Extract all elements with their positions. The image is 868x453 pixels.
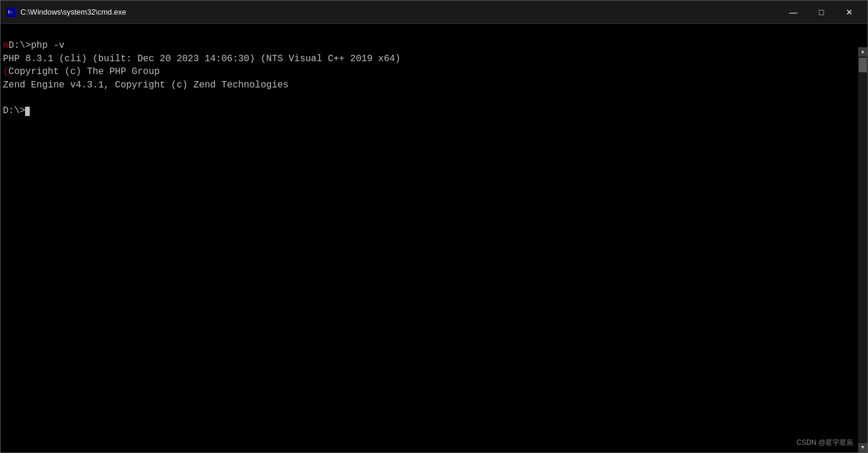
line-copyright: (Copyright (c) The PHP Group [3, 66, 160, 77]
cmd-app-icon [6, 8, 15, 17]
minimize-button[interactable]: — [780, 3, 807, 22]
watermark: CSDN @星宇星辰 [796, 438, 853, 448]
scrollbar: ▲ ▼ [858, 47, 867, 452]
terminal-content: nD:\>php -v PHP 8.3.1 (cli) (built: Dec … [3, 26, 865, 131]
scrollbar-down-arrow[interactable]: ▼ [858, 443, 867, 452]
maximize-button[interactable]: □ [808, 3, 835, 22]
scrollbar-up-arrow[interactable]: ▲ [858, 47, 867, 57]
line-zend: Zend Engine v4.3.1, Copyright (c) Zend T… [3, 80, 289, 90]
title-bar-left: C:\Windows\system32\cmd.exe [5, 7, 126, 17]
line-prompt: D:\> [3, 106, 25, 116]
line-php-version: PHP 8.3.1 (cli) (built: Dec 20 2023 14:0… [3, 54, 401, 64]
window-title: C:\Windows\system32\cmd.exe [20, 8, 126, 16]
cmd-icon-wrapper [5, 7, 16, 17]
cmd-window: C:\Windows\system32\cmd.exe — □ ✕ nD:\>p… [0, 0, 868, 453]
title-bar: C:\Windows\system32\cmd.exe — □ ✕ [1, 1, 867, 24]
terminal-body[interactable]: nD:\>php -v PHP 8.3.1 (cli) (built: Dec … [1, 24, 867, 452]
window-controls: — □ ✕ [780, 3, 863, 22]
scrollbar-thumb[interactable] [859, 58, 867, 72]
terminal-cursor [25, 107, 30, 116]
line-command: nD:\>php -v [3, 40, 65, 51]
scrollbar-track[interactable] [858, 57, 867, 443]
close-button[interactable]: ✕ [836, 3, 863, 22]
